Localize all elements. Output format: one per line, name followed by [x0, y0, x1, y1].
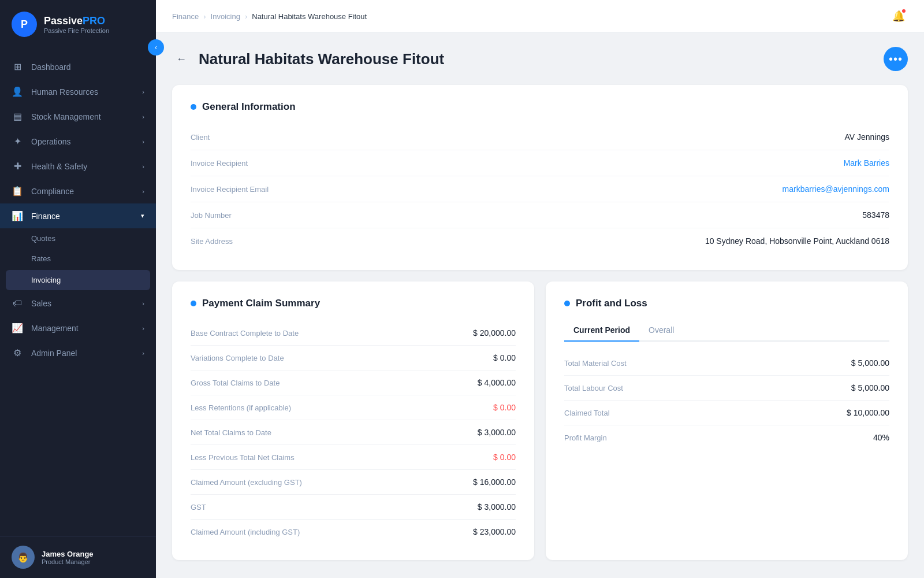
back-button[interactable]: ← — [172, 50, 191, 68]
logo-icon: P — [12, 12, 37, 37]
info-label-invoice-recipient: Invoice Recipient — [191, 159, 248, 168]
info-value-site-address: 10 Sydney Road, Hobsonville Point, Auckl… — [705, 236, 889, 246]
finance-icon: 📊 — [12, 210, 23, 221]
data-label: Total Labour Cost — [564, 384, 623, 392]
sidebar-item-label: Finance — [31, 212, 60, 221]
data-value: $ 0.00 — [493, 353, 516, 362]
chevron-right-icon: › — [142, 325, 144, 332]
admin-panel-icon: ⚙ — [12, 347, 23, 358]
data-value: $ 5,000.00 — [851, 383, 889, 392]
info-label-job-number: Job Number — [191, 211, 232, 220]
payment-row-retentions: Less Retentions (if applicable) $ 0.00 — [191, 395, 516, 420]
chevron-left-icon: ‹ — [155, 43, 157, 51]
sidebar-item-rates[interactable]: Rates — [0, 249, 156, 269]
payment-row-variations: Variations Complete to Date $ 0.00 — [191, 346, 516, 370]
sidebar-item-compliance[interactable]: 📋 Compliance › — [0, 179, 156, 203]
sidebar-item-human-resources[interactable]: 👤 Human Resources › — [0, 79, 156, 104]
sidebar-item-label: Compliance — [31, 187, 74, 196]
sidebar-item-stock-management[interactable]: ▤ Stock Management › — [0, 104, 156, 129]
data-label: Total Material Cost — [564, 359, 627, 368]
pnl-row-profit-margin: Profit Margin 40% — [564, 425, 889, 450]
sidebar-item-management[interactable]: 📈 Management › — [0, 316, 156, 340]
sidebar-item-label: Health & Safety — [31, 162, 87, 171]
info-row-site-address: Site Address 10 Sydney Road, Hobsonville… — [191, 228, 889, 254]
data-value-red: $ 0.00 — [493, 453, 516, 462]
info-value-invoice-recipient[interactable]: Mark Barries — [844, 158, 889, 168]
sidebar-item-label: Admin Panel — [31, 349, 77, 358]
tab-overall[interactable]: Overall — [639, 321, 683, 342]
payment-row-claimed-incl-gst: Claimed Amount (including GST) $ 23,000.… — [191, 520, 516, 544]
section-dot — [564, 301, 570, 306]
operations-icon: ✦ — [12, 136, 23, 147]
info-value-invoice-email[interactable]: markbarries@avjennings.com — [783, 184, 889, 194]
payment-claim-title: Payment Claim Summary — [191, 298, 516, 309]
data-label: Claimed Amount (excluding GST) — [191, 478, 302, 487]
breadcrumb-finance[interactable]: Finance — [172, 12, 199, 21]
page-title: Natural Habitats Warehouse Fitout — [199, 50, 444, 68]
info-row-invoice-recipient: Invoice Recipient Mark Barries — [191, 150, 889, 176]
sidebar-sub-label: Quotes — [31, 234, 55, 243]
sidebar-item-sales[interactable]: 🏷 Sales › — [0, 291, 156, 316]
sidebar-item-label: Sales — [31, 299, 51, 308]
sidebar-item-admin-panel[interactable]: ⚙ Admin Panel › — [0, 340, 156, 365]
logo-area: P PassivePRO Passive Fire Protection — [0, 0, 156, 49]
page-header: ← Natural Habitats Warehouse Fitout ••• — [172, 47, 908, 71]
two-col-section: Payment Claim Summary Base Contract Comp… — [172, 281, 908, 572]
section-title-text: Profit and Loss — [576, 298, 647, 309]
chevron-right-icon: › — [142, 300, 144, 307]
section-title-text: Payment Claim Summary — [202, 298, 320, 309]
more-options-button[interactable]: ••• — [884, 47, 908, 71]
info-label-invoice-email: Invoice Recipient Email — [191, 185, 269, 194]
sidebar-item-label: Dashboard — [31, 62, 71, 72]
sidebar-item-invoicing[interactable]: Invoicing — [6, 270, 150, 290]
logo-text: PassivePRO Passive Fire Protection — [44, 15, 109, 34]
payment-row-gross-total: Gross Total Claims to Date $ 4,000.00 — [191, 370, 516, 395]
sidebar: P PassivePRO Passive Fire Protection ‹ ⊞… — [0, 0, 156, 578]
sidebar-item-operations[interactable]: ✦ Operations › — [0, 129, 156, 154]
pnl-row-material-cost: Total Material Cost $ 5,000.00 — [564, 351, 889, 376]
data-label: Claimed Total — [564, 409, 610, 417]
sidebar-item-health-safety[interactable]: ✚ Health & Safety › — [0, 154, 156, 179]
pnl-row-labour-cost: Total Labour Cost $ 5,000.00 — [564, 376, 889, 401]
user-role: Product Manager — [42, 558, 94, 565]
sidebar-nav: ⊞ Dashboard 👤 Human Resources › ▤ Stock … — [0, 49, 156, 536]
sidebar-item-finance[interactable]: 📊 Finance ▾ — [0, 203, 156, 228]
app-subtitle: Passive Fire Protection — [44, 27, 109, 34]
chevron-right-icon: › — [142, 188, 144, 195]
health-safety-icon: ✚ — [12, 161, 23, 172]
section-dot — [191, 104, 196, 110]
data-value: $ 3,000.00 — [478, 502, 516, 512]
more-dots-icon: ••• — [889, 53, 903, 66]
content-area: ← Natural Habitats Warehouse Fitout ••• … — [156, 33, 924, 578]
sidebar-item-label: Management — [31, 324, 79, 333]
sidebar-sub-label: Invoicing — [31, 276, 61, 284]
data-label: Less Previous Total Net Claims — [191, 453, 295, 462]
management-icon: 📈 — [12, 323, 23, 334]
data-value: $ 3,000.00 — [478, 428, 516, 437]
profit-loss-card: Profit and Loss Current Period Overall T… — [546, 281, 908, 560]
info-row-client: Client AV Jennings — [191, 124, 889, 150]
sidebar-sub-label: Rates — [31, 254, 51, 263]
data-value: $ 23,000.00 — [473, 527, 516, 536]
payment-row-net-total: Net Total Claims to Date $ 3,000.00 — [191, 420, 516, 445]
chevron-right-icon: › — [142, 350, 144, 357]
human-resources-icon: 👤 — [12, 86, 23, 97]
sidebar-item-dashboard[interactable]: ⊞ Dashboard — [0, 54, 156, 79]
user-info: James Orange Product Manager — [42, 550, 94, 565]
notification-button[interactable]: 🔔 — [889, 7, 908, 25]
chevron-down-icon: ▾ — [141, 212, 144, 220]
breadcrumb-current: Natural Habitats Warehouse Fitout — [252, 12, 367, 21]
chevron-right-icon: › — [142, 163, 144, 170]
sidebar-item-quotes[interactable]: Quotes — [0, 228, 156, 249]
tab-current-period[interactable]: Current Period — [564, 321, 639, 342]
chevron-right-icon: › — [142, 113, 144, 120]
general-info-card: General Information Client AV Jennings I… — [172, 85, 908, 270]
info-label-client: Client — [191, 133, 210, 142]
data-value: $ 4,000.00 — [478, 378, 516, 387]
topbar-right: 🔔 — [889, 7, 908, 25]
breadcrumb-invoicing[interactable]: Invoicing — [211, 12, 240, 21]
sidebar-collapse-button[interactable]: ‹ — [148, 39, 164, 55]
data-value: 40% — [873, 433, 889, 442]
chevron-right-icon: › — [142, 88, 144, 95]
pnl-tabs: Current Period Overall — [564, 321, 889, 342]
